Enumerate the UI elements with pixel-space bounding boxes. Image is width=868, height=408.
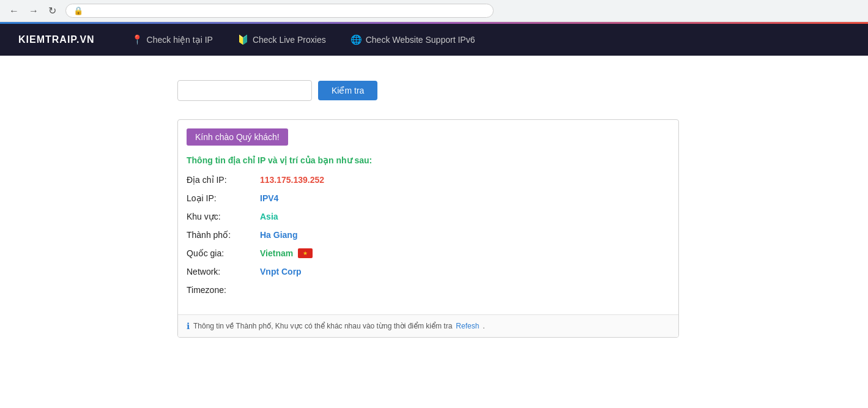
table-row: Network: Vnpt Corp xyxy=(187,267,670,276)
table-row: Loại IP: IPV4 xyxy=(187,193,670,203)
nav-label-check-proxies: Check Live Proxies xyxy=(253,35,326,45)
label-region: Khu vực: xyxy=(187,212,260,221)
browser-chrome: ← → ↻ 🔒 kiemtraip.vn xyxy=(0,0,868,22)
result-section-title: Thông tin địa chỉ IP và vị trí của bạn n… xyxy=(187,155,670,165)
table-row: Địa chỉ IP: 113.175.139.252 xyxy=(187,175,670,185)
label-city: Thành phố: xyxy=(187,230,260,240)
url-input[interactable]: kiemtraip.vn xyxy=(88,6,486,15)
address-bar[interactable]: 🔒 kiemtraip.vn xyxy=(65,4,494,18)
browser-nav-buttons: ← → ↻ xyxy=(6,4,59,18)
greeting-banner: Kính chào Quý khách! xyxy=(187,128,288,146)
nav-label-check-ip: Check hiện tại IP xyxy=(147,35,213,45)
result-body: Thông tin địa chỉ IP và vị trí của bạn n… xyxy=(178,153,678,314)
info-icon: ℹ xyxy=(187,321,190,331)
table-row: Khu vực: Asia xyxy=(187,212,670,221)
top-nav: KIEMTRAIP.VN 📍 Check hiện tại IP 🔰 Check… xyxy=(0,24,868,56)
label-timezone: Timezone: xyxy=(187,285,260,295)
check-button[interactable]: Kiểm tra xyxy=(318,81,377,100)
label-network: Network: xyxy=(187,267,260,276)
value-ip: 113.175.139.252 xyxy=(260,175,324,185)
main-content: 113.175.139.252 Kiểm tra Kính chào Quý k… xyxy=(0,56,868,408)
value-country: Vietnam xyxy=(260,248,293,258)
label-country: Quốc gia: xyxy=(187,248,260,258)
shield-icon: 🔰 xyxy=(237,34,249,45)
refresh-button[interactable]: ↻ xyxy=(45,4,59,18)
nav-links: 📍 Check hiện tại IP 🔰 Check Live Proxies… xyxy=(119,24,488,56)
vietnam-flag-icon xyxy=(298,248,313,258)
value-ip-type: IPV4 xyxy=(260,193,278,203)
footer-note-text: Thông tin về Thành phố, Khu vực có thể k… xyxy=(193,322,452,330)
nav-label-check-ipv6: Check Website Support IPv6 xyxy=(366,35,475,45)
site-security-icon: 🔒 xyxy=(73,6,83,15)
label-ip: Địa chỉ IP: xyxy=(187,175,260,185)
globe-icon: 🌐 xyxy=(351,34,362,45)
nav-link-check-ip[interactable]: 📍 Check hiện tại IP xyxy=(119,24,225,56)
back-button[interactable]: ← xyxy=(6,4,22,18)
table-row: Quốc gia: Vietnam xyxy=(187,248,670,258)
value-city: Ha Giang xyxy=(260,230,297,240)
footer-note: ℹ Thông tin về Thành phố, Khu vực có thể… xyxy=(178,314,678,337)
table-row: Thành phố: Ha Giang xyxy=(187,230,670,240)
site-logo[interactable]: KIEMTRAIP.VN xyxy=(18,34,95,45)
value-region: Asia xyxy=(260,212,278,221)
ip-input[interactable]: 113.175.139.252 xyxy=(177,80,312,101)
refresh-link[interactable]: Refesh xyxy=(456,322,479,330)
value-network: Vnpt Corp xyxy=(260,267,302,276)
location-icon: 📍 xyxy=(132,34,143,45)
label-ip-type: Loại IP: xyxy=(187,193,260,203)
table-row: Timezone: xyxy=(187,285,670,295)
nav-link-check-ipv6[interactable]: 🌐 Check Website Support IPv6 xyxy=(338,24,488,56)
nav-link-check-proxies[interactable]: 🔰 Check Live Proxies xyxy=(225,24,338,56)
search-row: 113.175.139.252 Kiểm tra xyxy=(177,80,868,101)
forward-button[interactable]: → xyxy=(26,4,42,18)
result-card: Kính chào Quý khách! Thông tin địa chỉ I… xyxy=(177,119,679,338)
